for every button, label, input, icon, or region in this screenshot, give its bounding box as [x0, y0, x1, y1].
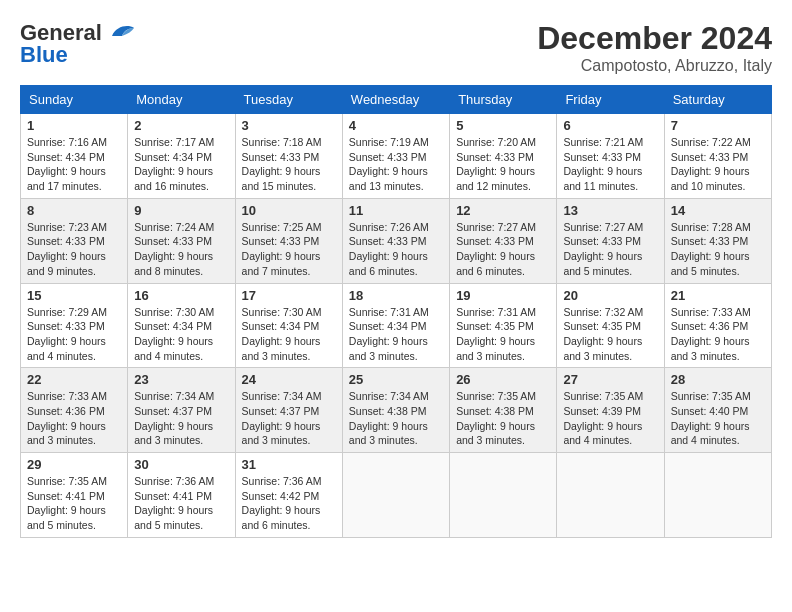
day-25: 25Sunrise: 7:34 AMSunset: 4:38 PMDayligh…	[342, 368, 449, 453]
col-tuesday: Tuesday	[235, 86, 342, 114]
col-thursday: Thursday	[450, 86, 557, 114]
day-15: 15Sunrise: 7:29 AMSunset: 4:33 PMDayligh…	[21, 283, 128, 368]
day-empty	[557, 453, 664, 538]
day-empty	[450, 453, 557, 538]
day-17: 17Sunrise: 7:30 AMSunset: 4:34 PMDayligh…	[235, 283, 342, 368]
day-1: 1Sunrise: 7:16 AMSunset: 4:34 PMDaylight…	[21, 114, 128, 199]
logo: General Blue	[20, 20, 136, 68]
page-header: General Blue December 2024 Campotosto, A…	[20, 20, 772, 75]
day-2: 2Sunrise: 7:17 AMSunset: 4:34 PMDaylight…	[128, 114, 235, 199]
day-6: 6Sunrise: 7:21 AMSunset: 4:33 PMDaylight…	[557, 114, 664, 199]
day-19: 19Sunrise: 7:31 AMSunset: 4:35 PMDayligh…	[450, 283, 557, 368]
col-monday: Monday	[128, 86, 235, 114]
col-friday: Friday	[557, 86, 664, 114]
day-9: 9Sunrise: 7:24 AMSunset: 4:33 PMDaylight…	[128, 198, 235, 283]
col-saturday: Saturday	[664, 86, 771, 114]
day-5: 5Sunrise: 7:20 AMSunset: 4:33 PMDaylight…	[450, 114, 557, 199]
day-23: 23Sunrise: 7:34 AMSunset: 4:37 PMDayligh…	[128, 368, 235, 453]
logo-text-blue: Blue	[20, 42, 68, 68]
day-24: 24Sunrise: 7:34 AMSunset: 4:37 PMDayligh…	[235, 368, 342, 453]
month-title: December 2024	[537, 20, 772, 57]
day-3: 3Sunrise: 7:18 AMSunset: 4:33 PMDaylight…	[235, 114, 342, 199]
calendar-row-5: 29Sunrise: 7:35 AMSunset: 4:41 PMDayligh…	[21, 453, 772, 538]
day-16: 16Sunrise: 7:30 AMSunset: 4:34 PMDayligh…	[128, 283, 235, 368]
day-14: 14Sunrise: 7:28 AMSunset: 4:33 PMDayligh…	[664, 198, 771, 283]
day-31: 31Sunrise: 7:36 AMSunset: 4:42 PMDayligh…	[235, 453, 342, 538]
day-20: 20Sunrise: 7:32 AMSunset: 4:35 PMDayligh…	[557, 283, 664, 368]
logo-bird-icon	[104, 22, 136, 44]
day-29: 29Sunrise: 7:35 AMSunset: 4:41 PMDayligh…	[21, 453, 128, 538]
day-12: 12Sunrise: 7:27 AMSunset: 4:33 PMDayligh…	[450, 198, 557, 283]
day-10: 10Sunrise: 7:25 AMSunset: 4:33 PMDayligh…	[235, 198, 342, 283]
calendar-table: Sunday Monday Tuesday Wednesday Thursday…	[20, 85, 772, 538]
calendar-header-row: Sunday Monday Tuesday Wednesday Thursday…	[21, 86, 772, 114]
day-empty	[664, 453, 771, 538]
day-26: 26Sunrise: 7:35 AMSunset: 4:38 PMDayligh…	[450, 368, 557, 453]
day-21: 21Sunrise: 7:33 AMSunset: 4:36 PMDayligh…	[664, 283, 771, 368]
day-22: 22Sunrise: 7:33 AMSunset: 4:36 PMDayligh…	[21, 368, 128, 453]
day-empty	[342, 453, 449, 538]
day-7: 7Sunrise: 7:22 AMSunset: 4:33 PMDaylight…	[664, 114, 771, 199]
day-18: 18Sunrise: 7:31 AMSunset: 4:34 PMDayligh…	[342, 283, 449, 368]
calendar-row-2: 8Sunrise: 7:23 AMSunset: 4:33 PMDaylight…	[21, 198, 772, 283]
calendar-row-4: 22Sunrise: 7:33 AMSunset: 4:36 PMDayligh…	[21, 368, 772, 453]
day-30: 30Sunrise: 7:36 AMSunset: 4:41 PMDayligh…	[128, 453, 235, 538]
title-block: December 2024 Campotosto, Abruzzo, Italy	[537, 20, 772, 75]
day-27: 27Sunrise: 7:35 AMSunset: 4:39 PMDayligh…	[557, 368, 664, 453]
day-4: 4Sunrise: 7:19 AMSunset: 4:33 PMDaylight…	[342, 114, 449, 199]
location: Campotosto, Abruzzo, Italy	[537, 57, 772, 75]
col-wednesday: Wednesday	[342, 86, 449, 114]
calendar-row-1: 1Sunrise: 7:16 AMSunset: 4:34 PMDaylight…	[21, 114, 772, 199]
calendar-row-3: 15Sunrise: 7:29 AMSunset: 4:33 PMDayligh…	[21, 283, 772, 368]
col-sunday: Sunday	[21, 86, 128, 114]
day-8: 8Sunrise: 7:23 AMSunset: 4:33 PMDaylight…	[21, 198, 128, 283]
day-11: 11Sunrise: 7:26 AMSunset: 4:33 PMDayligh…	[342, 198, 449, 283]
day-13: 13Sunrise: 7:27 AMSunset: 4:33 PMDayligh…	[557, 198, 664, 283]
day-28: 28Sunrise: 7:35 AMSunset: 4:40 PMDayligh…	[664, 368, 771, 453]
